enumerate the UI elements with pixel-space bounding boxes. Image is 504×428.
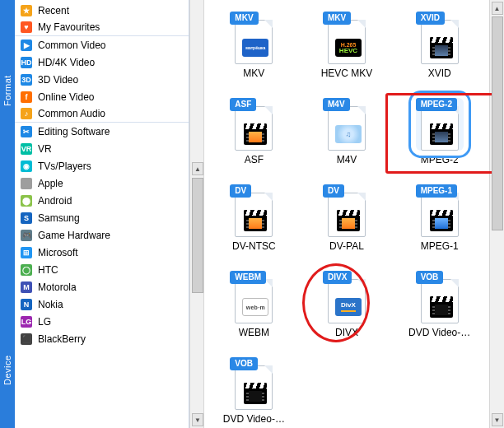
sidebar-item-recent[interactable]: ★Recent <box>15 2 189 19</box>
format-badge: MPEG-1 <box>416 184 457 198</box>
category-rail: Format Device <box>0 0 15 428</box>
sidebar-item-samsung[interactable]: SSamsung <box>15 209 189 226</box>
filmstrip-icon <box>244 210 267 231</box>
format-cell-webm[interactable]: web·mWEBMWEBM <box>208 268 301 354</box>
sidebar-item-microsoft[interactable]: ⊞Microsoft <box>15 244 189 261</box>
sidebar-item-label: VR <box>38 143 52 155</box>
blackberry-icon: ⬛ <box>20 333 33 346</box>
sidebar-item-online-video[interactable]: fOnline Video <box>15 88 189 105</box>
game-icon: 🎮 <box>20 229 33 242</box>
sidebar-item-editing-software[interactable]: ✂Editing Software <box>15 123 189 140</box>
itunes-icon: ♫ <box>335 125 362 143</box>
sidebar-item-nokia[interactable]: NNokia <box>15 295 189 313</box>
format-cell-mkv[interactable]: матрёшкаMKVMKV <box>208 8 301 95</box>
sidebar-item-label: Microsoft <box>38 247 78 258</box>
format-badge: MKV <box>323 12 351 25</box>
webm-icon: web·m <box>242 298 268 316</box>
divx-icon: DivX <box>335 298 362 316</box>
favourites-icon: ♥ <box>20 21 33 34</box>
grid-scroll-track <box>492 16 503 412</box>
format-thumb: DV <box>230 184 278 237</box>
format-cell-xvid[interactable]: XVIDXVID <box>393 8 486 95</box>
format-thumb: H.265HEVCMKV <box>323 12 371 64</box>
app-root: Format Device ★Recent♥My Favourites▶Comm… <box>0 0 504 428</box>
file-page-icon <box>421 193 459 237</box>
format-caption: DV-PAL <box>329 240 364 252</box>
format-cell-asf[interactable]: ASFASF <box>208 95 301 181</box>
common-video-icon: ▶ <box>20 39 33 52</box>
sidebar-item-label: HD/4K Video <box>38 57 95 68</box>
format-cell-divx[interactable]: DivXDIVXDIVX <box>301 268 394 354</box>
sidebar-item-label: Editing Software <box>38 126 110 137</box>
filmstrip-icon <box>337 210 360 231</box>
sidebar-item-label: Nokia <box>38 299 63 310</box>
file-page-icon <box>421 106 459 151</box>
sidebar-item-label: LG <box>38 316 51 328</box>
scroll-thumb[interactable] <box>192 178 203 293</box>
editing-icon: ✂ <box>20 125 33 138</box>
common-audio-icon: ♪ <box>20 107 33 120</box>
sidebar-item-vr[interactable]: VRVR <box>15 140 189 157</box>
sidebar-item-lg[interactable]: LGLG <box>15 313 189 330</box>
format-cell-mpeg-1[interactable]: MPEG-1MPEG-1 <box>393 181 486 268</box>
grid-scroll-down[interactable]: ▼ <box>492 413 503 426</box>
sidebar-item-common-audio[interactable]: ♪Common Audio <box>15 105 189 123</box>
sidebar-scrollbar: ▲ ▼ <box>189 0 204 428</box>
grid-scroll-up[interactable]: ▲ <box>492 2 503 15</box>
format-thumb: MPEG-1 <box>416 184 464 237</box>
online-video-icon: f <box>20 91 33 104</box>
format-thumb: DV <box>323 184 371 237</box>
format-badge: VOB <box>230 357 258 370</box>
format-cell-dvd-video-[interactable]: VOBDVD Video-… <box>208 354 301 428</box>
format-thumb: MPEG-2 <box>416 98 464 151</box>
format-grid: матрёшкаMKVMKVH.265HEVCMKVHEVC MKVXVIDXV… <box>204 0 489 428</box>
sidebar-item-apple[interactable]: Apple <box>15 174 189 192</box>
scroll-down-button[interactable]: ▼ <box>192 413 203 426</box>
sidebar-item-label: Motorola <box>38 281 77 293</box>
format-badge: XVID <box>416 12 445 25</box>
grid-scroll-thumb[interactable] <box>492 16 503 230</box>
hevc-icon: H.265HEVC <box>335 39 362 57</box>
format-caption: DIVX <box>335 327 358 338</box>
format-cell-hevc-mkv[interactable]: H.265HEVCMKVHEVC MKV <box>301 8 394 95</box>
format-cell-mpeg-2[interactable]: MPEG-2MPEG-2 <box>393 95 486 181</box>
sidebar-item-game-hardware[interactable]: 🎮Game Hardware <box>15 226 189 244</box>
sidebar-item-android[interactable]: ⬤Android <box>15 192 189 209</box>
format-cell-dv-ntsc[interactable]: DVDV-NTSC <box>208 181 301 268</box>
scroll-up-button[interactable]: ▲ <box>192 162 203 175</box>
format-cell-dv-pal[interactable]: DVDV-PAL <box>301 181 394 268</box>
sidebar-item-label: Game Hardware <box>38 230 110 241</box>
sidebar-item-my-favourites[interactable]: ♥My Favourites <box>15 19 189 36</box>
format-caption: HEVC MKV <box>321 67 373 79</box>
format-badge: M4V <box>323 98 350 111</box>
sidebar-item-3d-video[interactable]: 3D3D Video <box>15 71 189 88</box>
sidebar-item-motorola[interactable]: MMotorola <box>15 278 189 295</box>
sidebar-item-htc[interactable]: ◯HTC <box>15 261 189 278</box>
sidebar-item-common-video[interactable]: ▶Common Video <box>15 36 189 54</box>
format-badge: WEBM <box>230 271 266 284</box>
format-badge: DIVX <box>323 271 352 284</box>
format-badge: DV <box>323 184 344 198</box>
hd-video-icon: HD <box>20 56 33 69</box>
apple-icon <box>20 177 33 190</box>
format-thumb: матрёшкаMKV <box>230 12 278 64</box>
format-cell-m4v[interactable]: ♫M4VM4V <box>301 95 394 181</box>
file-page-icon <box>235 365 273 410</box>
file-page-icon <box>328 193 366 237</box>
file-page-icon: DivX <box>328 279 366 323</box>
filmstrip-icon <box>244 123 267 145</box>
sidebar-item-tvs-players[interactable]: ◉TVs/Players <box>15 157 189 174</box>
file-page-icon <box>235 106 273 151</box>
sidebar-item-label: Common Audio <box>38 108 105 119</box>
format-caption: DVD Video-… <box>223 413 285 425</box>
sidebar-item-label: Recent <box>38 5 69 16</box>
file-page-icon <box>235 193 273 237</box>
nokia-icon: N <box>20 298 33 311</box>
sidebar-item-hd-4k-video[interactable]: HDHD/4K Video <box>15 54 189 71</box>
format-cell-dvd-video-[interactable]: VOBDVD Video-… <box>393 268 486 354</box>
sidebar-item-label: Apple <box>38 178 63 189</box>
filmstrip-icon <box>244 383 267 404</box>
motorola-icon: M <box>20 281 33 294</box>
sidebar-item-blackberry[interactable]: ⬛BlackBerry <box>15 330 189 347</box>
format-thumb: DivXDIVX <box>323 271 371 323</box>
